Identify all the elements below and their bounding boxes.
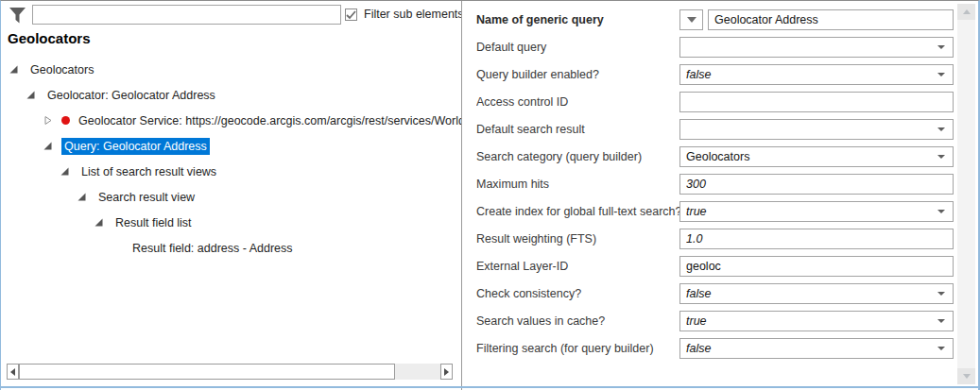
create-index-for-global-full-text-search-dropdown[interactable]: true xyxy=(679,201,954,222)
property-label: Result weighting (FTS) xyxy=(476,232,679,246)
property-row-access-control-id: Access control ID xyxy=(476,88,958,115)
property-row-maximum-hits: Maximum hits xyxy=(476,170,958,197)
scroll-up-button[interactable] xyxy=(957,4,975,20)
tree-item-label: Search result view xyxy=(95,189,198,206)
filter-funnel-icon xyxy=(9,7,26,29)
collapse-icon[interactable] xyxy=(77,192,87,202)
property-rows: Name of generic queryDefault queryQuery … xyxy=(463,2,958,362)
property-label: Query builder enabled? xyxy=(476,68,679,81)
arrow-down-icon xyxy=(963,374,971,379)
chevron-down-icon xyxy=(937,73,945,76)
window-bottom-border xyxy=(1,386,978,388)
search-values-in-cache-dropdown[interactable]: true xyxy=(679,311,954,331)
property-row-search-category-query-builder: Search category (query builder)Geolocato… xyxy=(476,143,958,170)
arrow-up-icon xyxy=(963,9,971,14)
search-category-query-builder-dropdown[interactable]: Geolocators xyxy=(679,146,954,167)
property-row-filtering-search-for-query-builder: Filtering search (for query builder)fals… xyxy=(476,334,958,362)
dropdown-value: true xyxy=(686,314,937,328)
chevron-down-icon xyxy=(937,319,945,323)
tree-item-geolocator-geolocator-address[interactable]: Geolocator: Geolocator Address xyxy=(1,82,461,108)
property-control-area xyxy=(679,119,954,140)
property-label: Search values in cache? xyxy=(476,314,679,328)
property-row-query-builder-enabled: Query builder enabled?false xyxy=(476,60,958,88)
scroll-down-button[interactable] xyxy=(957,368,975,384)
tree-item-search-result-view[interactable]: Search result view xyxy=(1,184,461,210)
property-control-area xyxy=(679,256,954,277)
horizontal-scrollbar-track[interactable] xyxy=(395,364,440,380)
collapse-icon[interactable] xyxy=(26,90,36,100)
tree-item-result-field-address-address[interactable]: Result field: address - Address xyxy=(1,235,461,261)
tree-item-label: Query: Geolocator Address xyxy=(61,138,210,155)
arrow-right-icon xyxy=(444,368,449,376)
tree-item-geolocators[interactable]: Geolocators xyxy=(1,57,461,82)
property-control-area: false xyxy=(679,283,954,304)
access-control-id-input[interactable] xyxy=(679,92,954,112)
tree-item-label: Geolocator: Geolocator Address xyxy=(44,87,218,104)
dropdown-value: true xyxy=(686,205,937,218)
vertical-scrollbar[interactable] xyxy=(957,4,975,384)
property-row-name-of-generic-query: Name of generic query xyxy=(476,6,958,33)
property-label: External Layer-ID xyxy=(476,260,679,273)
property-row-default-query: Default query xyxy=(476,33,958,60)
result-weighting-fts-input[interactable] xyxy=(679,229,954,249)
property-control-area: Geolocators xyxy=(679,146,954,167)
tree-panel: Filter sub elements Geolocators Geolocat… xyxy=(1,1,461,390)
default-query-dropdown[interactable] xyxy=(679,37,954,58)
check-consistency-dropdown[interactable]: false xyxy=(679,283,954,304)
maximum-hits-input[interactable] xyxy=(679,174,954,195)
filter-checkbox-label: Filter sub elements xyxy=(364,8,461,21)
external-layer-id-input[interactable] xyxy=(679,256,954,277)
collapse-icon[interactable] xyxy=(9,64,19,75)
arrow-left-icon xyxy=(10,368,15,376)
property-label: Name of generic query xyxy=(476,13,679,26)
name-of-generic-query-input[interactable] xyxy=(708,9,954,30)
collapse-icon[interactable] xyxy=(60,166,70,177)
properties-panel: Name of generic queryDefault queryQuery … xyxy=(463,2,958,362)
property-row-search-values-in-cache: Search values in cache?true xyxy=(476,307,958,334)
error-dot-icon xyxy=(61,116,70,125)
chevron-down-icon xyxy=(937,127,945,131)
vertical-scrollbar-track[interactable] xyxy=(957,20,975,368)
horizontal-scrollbar[interactable] xyxy=(7,364,453,380)
query-builder-enabled-dropdown[interactable]: false xyxy=(679,64,954,85)
scroll-right-button[interactable] xyxy=(440,364,453,380)
tree-item-label: Result field list xyxy=(112,214,195,231)
property-control-area xyxy=(679,9,954,30)
chevron-down-icon xyxy=(937,292,945,296)
tree-item-geolocator-service-https-geocode-arcgis-[interactable]: Geolocator Service: https://geocode.arcg… xyxy=(1,108,461,133)
property-control-area: false xyxy=(679,64,954,85)
horizontal-scrollbar-thumb[interactable] xyxy=(19,364,395,380)
tree-item-label: Geolocator Service: https://geocode.arcg… xyxy=(76,112,461,129)
default-search-result-dropdown[interactable] xyxy=(679,119,954,140)
application-window: Filter sub elements Geolocators Geolocat… xyxy=(0,0,980,390)
filtering-search-for-query-builder-dropdown[interactable]: false xyxy=(679,338,954,359)
property-label: Access control ID xyxy=(476,95,679,109)
name-of-generic-query-dropdown-button[interactable] xyxy=(679,9,703,30)
expand-icon[interactable] xyxy=(43,115,53,126)
chevron-down-icon xyxy=(937,210,945,213)
scroll-left-button[interactable] xyxy=(7,364,19,380)
tree-item-result-field-list[interactable]: Result field list xyxy=(1,210,461,235)
collapse-icon[interactable] xyxy=(43,141,53,151)
panel-divider xyxy=(461,1,462,390)
property-row-external-layer-id: External Layer-ID xyxy=(476,252,958,280)
property-control-area: true xyxy=(679,311,954,331)
tree-item-label: List of search result views xyxy=(78,163,219,180)
filter-sub-elements-checkbox[interactable] xyxy=(345,8,357,21)
tree-item-list-of-search-result-views[interactable]: List of search result views xyxy=(1,159,461,184)
property-control-area xyxy=(679,229,954,249)
tree-item-query-geolocator-address[interactable]: Query: Geolocator Address xyxy=(1,133,461,159)
dropdown-value: false xyxy=(686,342,937,355)
checkmark-icon xyxy=(346,10,356,20)
tree: GeolocatorsGeolocator: Geolocator Addres… xyxy=(1,57,461,261)
tree-item-label: Geolocators xyxy=(27,61,96,78)
property-row-create-index-for-global-full-text-search: Create index for global full-text search… xyxy=(476,197,958,225)
tree-item-label: Result field: address - Address xyxy=(129,240,296,257)
property-control-area: true xyxy=(679,201,954,222)
property-row-check-consistency: Check consistency?false xyxy=(476,280,958,307)
dropdown-value: false xyxy=(686,287,937,300)
filter-input[interactable] xyxy=(32,5,341,25)
collapse-icon[interactable] xyxy=(94,217,104,228)
property-label: Default query xyxy=(476,41,679,54)
dropdown-value: false xyxy=(686,68,937,81)
